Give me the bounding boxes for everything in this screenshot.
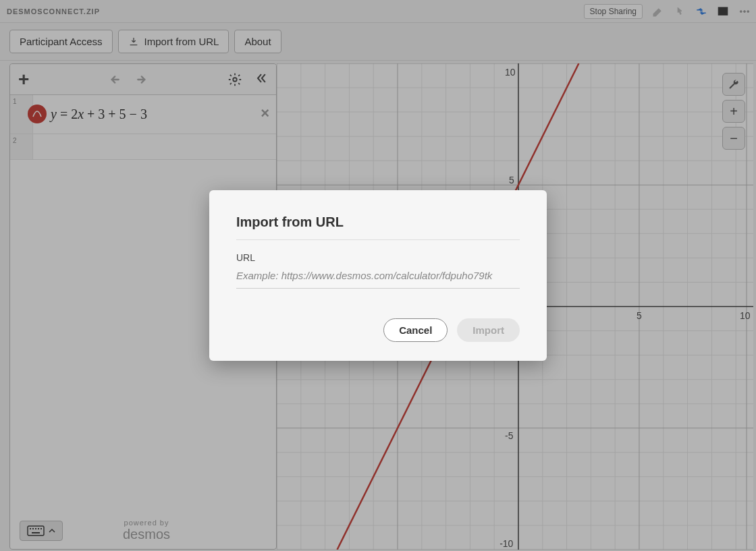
import-button[interactable]: Import [457,318,520,342]
url-input[interactable] [236,267,520,289]
url-field-label: URL [236,252,520,263]
divider [236,239,520,240]
modal-title: Import from URL [236,214,520,230]
cancel-button[interactable]: Cancel [383,318,448,342]
modal-actions: Cancel Import [236,318,520,342]
import-url-modal: Import from URL URL Cancel Import [209,190,547,361]
modal-overlay[interactable]: Import from URL URL Cancel Import [0,0,756,551]
